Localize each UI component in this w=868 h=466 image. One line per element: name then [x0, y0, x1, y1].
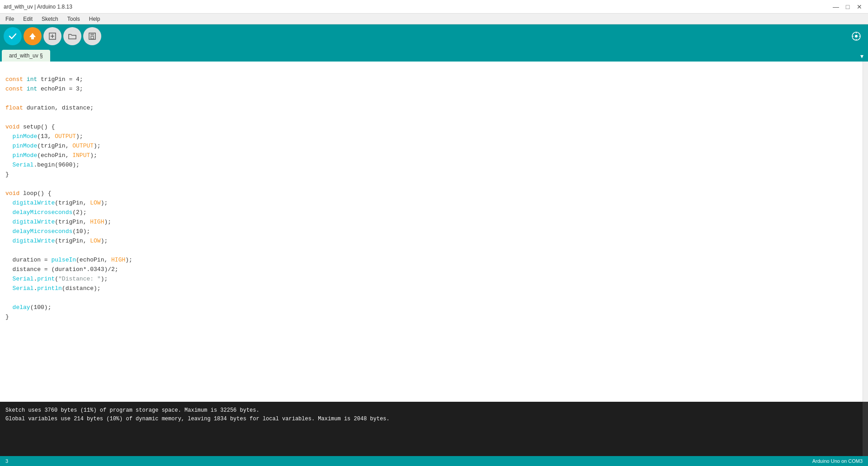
serial-monitor-button[interactable]	[848, 28, 864, 44]
svg-rect-5	[90, 33, 94, 35]
menu-sketch[interactable]: Sketch	[38, 15, 62, 23]
close-button[interactable]: ✕	[854, 2, 864, 12]
code-line-19: digitalWrite(trigPin, LOW);	[5, 236, 859, 246]
save-button[interactable]	[83, 27, 101, 45]
code-line-25	[5, 293, 859, 303]
code-line-3: const int echoPin = 3;	[5, 84, 859, 94]
active-tab[interactable]: ard_with_uv §	[2, 50, 50, 62]
code-editor[interactable]: const int trigPin = 4; const int echoPin…	[0, 62, 863, 402]
console-scrollbar[interactable]	[863, 402, 868, 456]
maximize-button[interactable]: □	[843, 2, 853, 12]
title-bar: ard_with_uv | Arduino 1.8.13 — □ ✕	[0, 0, 868, 14]
menu-tools[interactable]: Tools	[64, 15, 84, 23]
console-area: Sketch uses 3760 bytes (11%) of program …	[0, 402, 868, 456]
svg-point-8	[855, 35, 858, 38]
code-line-10: pinMode(echoPin, INPUT);	[5, 151, 859, 160]
code-line-22: distance = (duration*.0343)/2;	[5, 265, 859, 274]
editor-area: const int trigPin = 4; const int echoPin…	[0, 62, 868, 402]
code-line-17: digitalWrite(trigPin, HIGH);	[5, 217, 859, 227]
toolbar	[0, 24, 868, 48]
code-line-26: delay(100);	[5, 303, 859, 312]
status-bar: 3 Arduino Uno on COM3	[0, 456, 868, 466]
code-line-14: void loop() {	[5, 189, 859, 198]
verify-button[interactable]	[4, 27, 22, 45]
console-line-2: Global variables use 214 bytes (10%) of …	[5, 415, 863, 423]
code-line-23: Serial.print("Distance: ");	[5, 274, 859, 284]
code-line-4	[5, 94, 859, 103]
code-line-12: }	[5, 170, 859, 179]
code-line-8: pinMode(13, OUTPUT);	[5, 132, 859, 141]
menu-file[interactable]: File	[2, 15, 18, 23]
code-line-16: delayMicroseconds(2);	[5, 208, 859, 217]
menu-help[interactable]: Help	[85, 15, 104, 23]
open-button[interactable]	[63, 27, 81, 45]
console-output: Sketch uses 3760 bytes (11%) of program …	[0, 402, 868, 428]
board-info: Arduino Uno on COM3	[812, 458, 863, 464]
code-line-1	[5, 65, 859, 75]
code-line-7: void setup() {	[5, 122, 859, 132]
tab-dropdown-button[interactable]: ▾	[858, 52, 866, 61]
window-title: ard_with_uv | Arduino 1.8.13	[4, 4, 72, 10]
tab-bar: ard_with_uv § ▾	[0, 48, 868, 62]
code-line-11: Serial.begin(9600);	[5, 160, 859, 170]
code-line-9: pinMode(trigPin, OUTPUT);	[5, 141, 859, 151]
code-line-21: duration = pulseIn(echoPin, HIGH);	[5, 255, 859, 265]
vertical-scrollbar[interactable]	[863, 62, 868, 402]
new-button[interactable]	[43, 27, 61, 45]
svg-rect-6	[91, 36, 94, 39]
code-line-24: Serial.println(distance);	[5, 284, 859, 293]
code-line-2: const int trigPin = 4;	[5, 75, 859, 84]
minimize-button[interactable]: —	[831, 2, 841, 12]
code-line-20	[5, 246, 859, 255]
code-line-6	[5, 113, 859, 122]
svg-marker-0	[29, 33, 36, 39]
code-line-15: digitalWrite(trigPin, LOW);	[5, 198, 859, 208]
title-bar-controls: — □ ✕	[831, 2, 864, 12]
menu-bar: File Edit Sketch Tools Help	[0, 14, 868, 24]
menu-edit[interactable]: Edit	[19, 15, 36, 23]
line-number: 3	[5, 458, 8, 464]
code-line-27: }	[5, 312, 859, 322]
code-line-18: delayMicroseconds(10);	[5, 227, 859, 236]
upload-button[interactable]	[24, 27, 42, 45]
code-line-13	[5, 179, 859, 189]
console-line-1: Sketch uses 3760 bytes (11%) of program …	[5, 406, 863, 415]
code-line-5: float duration, distance;	[5, 103, 859, 113]
